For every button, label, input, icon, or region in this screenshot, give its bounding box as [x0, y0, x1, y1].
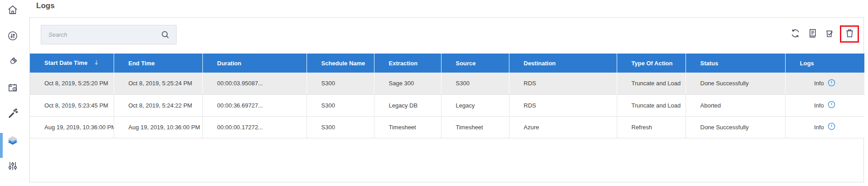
sidebar-item-logs[interactable] [0, 132, 25, 153]
cell-extraction: Timesheet [374, 116, 441, 138]
logs-table: Start Date Time End Time Duration Schedu… [30, 54, 864, 138]
table-row[interactable]: Oct 8, 2019, 5:23:45 PM Oct 8, 2019, 5:2… [30, 94, 864, 116]
cell-status: Done Successfully [686, 116, 785, 138]
info-button[interactable]: Info [814, 122, 836, 132]
column-header-logs[interactable]: Logs [785, 54, 864, 73]
cell-start-date-time: Oct 8, 2019, 5:25:20 PM [30, 73, 114, 94]
table-header-row: Start Date Time End Time Duration Schedu… [30, 54, 864, 73]
magnet-icon [7, 56, 19, 69]
magic-wand-icon [7, 108, 19, 121]
cell-extraction: Sage 300 [374, 73, 441, 94]
cell-duration: 00:00:36.69727... [202, 94, 307, 116]
refresh-button[interactable] [788, 27, 802, 41]
page-title: Logs [36, 1, 55, 10]
cell-source: Timesheet [441, 116, 509, 138]
cell-logs: Info [785, 94, 864, 116]
cell-source: S300 [441, 73, 509, 94]
search-box [41, 25, 177, 44]
cell-duration: 00:00:00.17272... [202, 116, 307, 138]
logs-panel: Start Date Time End Time Duration Schedu… [29, 17, 864, 182]
info-button[interactable]: Info [814, 78, 836, 88]
info-button[interactable]: Info [814, 100, 836, 110]
cell-schedule-name: S300 [307, 73, 374, 94]
delete-highlight-box [840, 25, 859, 43]
cell-start-date-time: Aug 19, 2019, 10:36:00 PM [30, 116, 114, 138]
cell-start-date-time: Oct 8, 2019, 5:23:45 PM [30, 94, 114, 116]
cell-end-time: Aug 19, 2019, 10:36:00 PM [114, 116, 202, 138]
info-exclamation-icon [827, 100, 836, 110]
cell-destination: RDS [509, 94, 617, 116]
table-body: Oct 8, 2019, 5:25:20 PM Oct 8, 2019, 5:2… [30, 73, 864, 138]
cell-status: Done Successfully [686, 73, 785, 94]
sidebar-item-wizard[interactable] [0, 103, 25, 125]
home-icon [7, 4, 19, 18]
cell-logs: Info [785, 73, 864, 94]
search-icon[interactable] [160, 29, 171, 42]
cell-type-of-action: Truncate and Load [617, 94, 686, 116]
column-header-schedule-name[interactable]: Schedule Name [307, 54, 374, 73]
info-exclamation-icon [827, 122, 836, 132]
sidebar-item-home[interactable] [0, 0, 25, 22]
transfer-arrows-icon [7, 30, 19, 44]
cell-duration: 00:00:03.95087... [202, 73, 307, 94]
refresh-icon [790, 28, 801, 41]
sort-descending-arrow-icon[interactable] [93, 59, 100, 68]
sidebar-item-schedules[interactable] [0, 78, 25, 99]
cell-source: Legacy [441, 94, 509, 116]
column-header-end-time[interactable]: End Time [114, 54, 202, 73]
trash-check-icon [824, 28, 835, 41]
column-header-status[interactable]: Status [686, 54, 785, 73]
column-header-source[interactable]: Source [441, 54, 509, 73]
cell-schedule-name: S300 [307, 94, 374, 116]
cell-destination: Azure [509, 116, 617, 138]
cell-schedule-name: S300 [307, 116, 374, 138]
table-row[interactable]: Aug 19, 2019, 10:36:00 PM Aug 19, 2019, … [30, 116, 864, 138]
column-header-destination[interactable]: Destination [509, 54, 617, 73]
column-header-duration[interactable]: Duration [202, 54, 307, 73]
sidebar-item-settings[interactable] [0, 156, 25, 178]
calendar-clock-icon [7, 82, 19, 95]
column-header-extraction[interactable]: Extraction [374, 54, 441, 73]
table-toolbar [785, 25, 859, 43]
table-row[interactable]: Oct 8, 2019, 5:25:20 PM Oct 8, 2019, 5:2… [30, 73, 864, 94]
trash-icon [844, 28, 855, 41]
cell-end-time: Oct 8, 2019, 5:24:22 PM [114, 94, 202, 116]
cell-extraction: Legacy DB [374, 94, 441, 116]
cell-type-of-action: Refresh [617, 116, 686, 138]
view-log-button[interactable] [806, 27, 819, 41]
sidebar-item-transfer[interactable] [0, 26, 25, 48]
cell-end-time: Oct 8, 2019, 5:25:24 PM [114, 73, 202, 94]
delete-button[interactable] [843, 27, 856, 41]
cell-destination: RDS [509, 73, 617, 94]
sidebar-item-connections[interactable] [0, 52, 25, 73]
cell-logs: Info [785, 116, 864, 138]
sliders-icon [7, 160, 19, 174]
document-log-icon [807, 28, 818, 41]
search-input[interactable] [41, 25, 176, 44]
info-exclamation-icon [827, 78, 836, 88]
cell-type-of-action: Truncate and Load [617, 73, 686, 94]
column-header-start-date-time[interactable]: Start Date Time [30, 54, 114, 73]
layers-icon [6, 135, 19, 150]
clear-verified-button[interactable] [823, 27, 836, 41]
sidebar [0, 0, 25, 186]
column-header-type-of-action[interactable]: Type Of Action [617, 54, 686, 73]
cell-status: Aborted [686, 94, 785, 116]
